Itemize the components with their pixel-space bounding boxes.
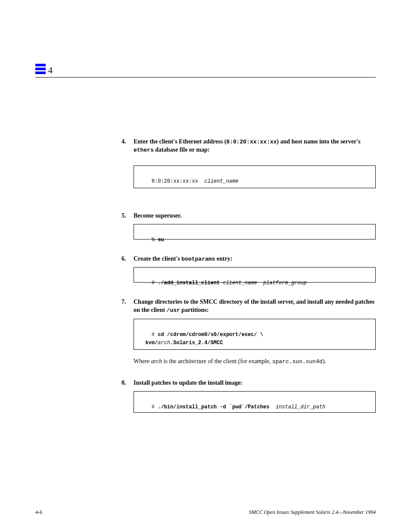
step-6-codebox: # ./add_install_client client_name platf… (134, 267, 376, 283)
step-8-number: 8. (121, 379, 126, 387)
chapter-bars-icon (35, 64, 46, 74)
step-4-text: Enter the client's Ethernet address (8:0… (134, 138, 375, 154)
step-7-codebox: # cd /cdrom/cdrom0/s0/export/exec/ \ kvm… (134, 319, 376, 350)
header-rule (35, 77, 376, 78)
step-7-tail: Where arch is the architecture of the cl… (134, 358, 375, 366)
step-4-lead-a: Enter the client's Ethernet address ( (134, 138, 226, 145)
step-7-tail-code: sparc.sun.sun4d (272, 358, 323, 365)
step-8-code: # ./bin/install_patch -d `pwd`/Patches i… (152, 404, 325, 410)
step-8-text: Install patches to update the install im… (134, 379, 375, 387)
step-7-tail-b: is the architecture of the client (for e… (162, 358, 272, 364)
step-4-codebox: 8:0:20:xx:xx:xx client_name (134, 165, 376, 188)
step-6-number: 6. (121, 255, 126, 263)
chapter-number: 4 (48, 65, 53, 76)
page-number: 4-6 (35, 509, 42, 516)
step-7-number: 7. (121, 298, 126, 306)
book-title: SMCC Open Issues Supplement Solaris 2.4—… (249, 509, 376, 516)
step-7-tail-a: Where (134, 358, 151, 364)
step-6-lead-a: Create the client's (134, 255, 181, 262)
step-5-codebox: % su (134, 224, 376, 240)
step-5-number: 5. (121, 212, 126, 220)
step-7-text: Change directories to the SMCC directory… (134, 298, 375, 314)
step-5-text: Become superuser. (134, 212, 375, 220)
step-7-tail-arch: arch (151, 358, 162, 364)
step-6-lead-b: entry: (215, 255, 232, 262)
step-4-lead-c: database file or map: (154, 146, 210, 153)
step-6-code: # ./add_install_client client_name platf… (152, 280, 307, 286)
step-4-number: 4. (121, 138, 126, 146)
step-5-lead: Become superuser. (134, 212, 181, 219)
step-4-code: 8:0:20:xx:xx:xx client_name (152, 178, 239, 184)
step-8-lead: Install patches to update the install im… (134, 380, 243, 386)
step-4-code-b: ethers (134, 147, 154, 153)
step-7-code: # cd /cdrom/cdrom0/s0/export/exec/ \ kvm… (139, 332, 263, 346)
step-4-code-a: 8:0:20:xx:xx:xx (226, 139, 277, 145)
step-6-text: Create the client's bootparams entry: (134, 255, 375, 263)
step-4-lead-b: ) and host name into the server's (277, 138, 360, 145)
step-7-tail-c: ). (323, 358, 326, 364)
step-6-code-a: bootparams (181, 256, 215, 262)
step-8-codebox: # ./bin/install_patch -d `pwd`/Patches i… (134, 391, 376, 413)
step-7-lead-b: partitions: (180, 307, 209, 313)
step-7-code-a: /usr (167, 307, 180, 314)
step-5-code: % su (152, 237, 164, 243)
